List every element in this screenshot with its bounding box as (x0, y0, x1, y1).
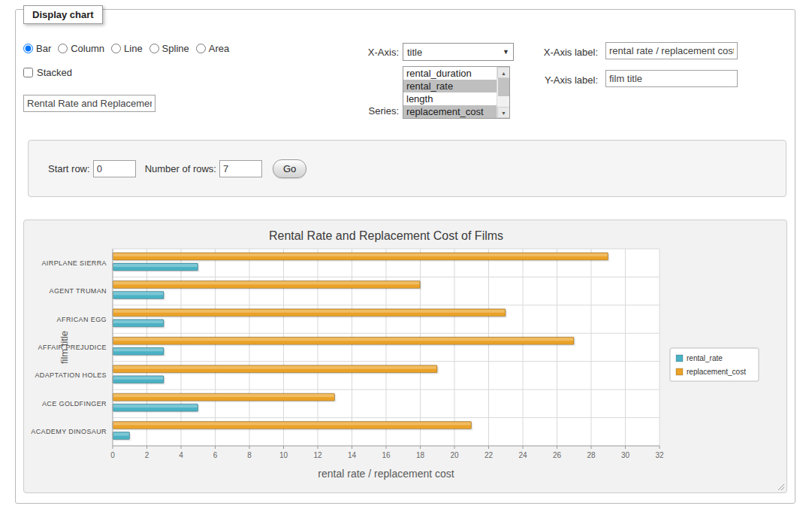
chart-legend[interactable]: rental_ratereplacement_cost (670, 348, 759, 381)
number-of-rows-label: Number of rows: (145, 163, 216, 174)
series-listbox[interactable]: rental_duration rental_rate length repla… (403, 66, 510, 119)
y-category-label: AFFAIR PREJUDICE (38, 344, 107, 351)
y-category-label: AGENT TRUMAN (50, 287, 107, 295)
chart-type-line-radio[interactable] (111, 44, 121, 53)
chart-type-bar-label: Bar (36, 43, 51, 54)
x-axis-select[interactable]: title ▼ (403, 43, 514, 61)
display-chart-panel: Display chart Bar Column Line Spline Are… (15, 9, 795, 504)
rows-range-panel: Start row: Number of rows: Go (28, 140, 786, 197)
chart-type-spline[interactable]: Spline (149, 43, 189, 54)
chart-type-line-label: Line (124, 43, 143, 54)
series-label: Series: (331, 105, 399, 117)
series-option-replacement-cost[interactable]: replacement_cost (403, 105, 498, 118)
start-row-input[interactable] (93, 160, 136, 177)
x-tick-label: 8 (247, 451, 252, 459)
y-category-label: ADAPTATION HOLES (35, 371, 107, 379)
legend-swatch-replacement_cost (676, 368, 683, 375)
stacked-option[interactable]: Stacked (23, 67, 72, 78)
x-tick-label: 12 (313, 451, 322, 459)
stacked-label: Stacked (37, 67, 72, 78)
x-tick-label: 10 (279, 451, 288, 459)
y-category-label: AFRICAN EGG (57, 316, 107, 323)
chart-xaxis-title: rental rate / replacement cost (318, 468, 454, 480)
x-tick-label: 22 (484, 451, 494, 459)
y-axis-label-input[interactable] (605, 70, 738, 87)
number-of-rows-input[interactable] (219, 160, 262, 177)
chart-type-area-radio[interactable] (196, 44, 206, 53)
x-tick-label: 32 (655, 451, 664, 459)
x-tick-label: 14 (348, 451, 357, 459)
chart-type-column-radio[interactable] (58, 44, 68, 53)
scroll-down-icon[interactable]: ▼ (497, 107, 510, 118)
y-category-label: ACADEMY DINOSAUR (31, 428, 107, 435)
chart-yaxis-title: film title (59, 331, 70, 364)
x-tick-label: 6 (213, 451, 218, 459)
x-axis-label-field-label: X-Axis label: (504, 47, 598, 58)
go-button[interactable]: Go (273, 159, 306, 178)
series-option-length[interactable]: length (403, 92, 498, 105)
x-tick-label: 4 (179, 451, 183, 459)
y-category-label: ACE GOLDFINGER (42, 400, 107, 407)
chart-title-input[interactable] (23, 95, 155, 112)
chart-type-bar[interactable]: Bar (23, 43, 51, 54)
chart-type-column-label: Column (71, 43, 104, 54)
x-axis-selected-value: title (407, 47, 422, 58)
x-tick-label: 30 (621, 451, 630, 459)
chart-title: Rental Rate and Replacement Cost of Film… (269, 229, 503, 242)
panel-title: Display chart (23, 5, 103, 24)
x-tick-label: 28 (587, 451, 596, 459)
x-tick-label: 16 (382, 451, 391, 459)
legend-swatch-rental_rate (676, 355, 683, 362)
x-axis-label-input[interactable] (605, 42, 738, 59)
x-tick-label: 24 (518, 451, 527, 459)
y-category-label: AIRPLANE SIERRA (41, 259, 107, 267)
resize-handle-icon[interactable] (776, 482, 785, 491)
chart-type-area-label: Area (209, 43, 229, 54)
x-tick-label: 2 (145, 451, 149, 459)
x-tick-label: 20 (450, 451, 459, 459)
chart-type-bar-radio[interactable] (23, 44, 33, 53)
chart-type-spline-radio[interactable] (149, 44, 159, 53)
bar-chart: 02468101214161820222426283032AIRPLANE SI… (24, 220, 786, 492)
stacked-checkbox[interactable] (23, 68, 33, 77)
y-axis-label-field-label: Y-Axis label: (504, 74, 598, 86)
series-option-rental-duration[interactable]: rental_duration (403, 67, 498, 80)
chart-type-options: Bar Column Line Spline Area (23, 43, 236, 54)
x-axis-label: X-Axis: (331, 47, 399, 58)
chart-type-area[interactable]: Area (196, 43, 229, 54)
legend-label-replacement_cost: replacement_cost (687, 368, 746, 376)
series-option-rental-rate[interactable]: rental_rate (403, 80, 498, 92)
x-tick-label: 0 (110, 451, 115, 459)
start-row-label: Start row: (48, 163, 90, 174)
chart-type-column[interactable]: Column (58, 43, 104, 54)
chart-type-line[interactable]: Line (111, 43, 143, 54)
x-tick-label: 18 (416, 451, 425, 459)
chart-container: 02468101214161820222426283032AIRPLANE SI… (23, 220, 787, 493)
legend-label-rental_rate: rental_rate (687, 354, 723, 362)
x-tick-label: 26 (553, 451, 562, 459)
chart-type-spline-label: Spline (162, 43, 189, 54)
